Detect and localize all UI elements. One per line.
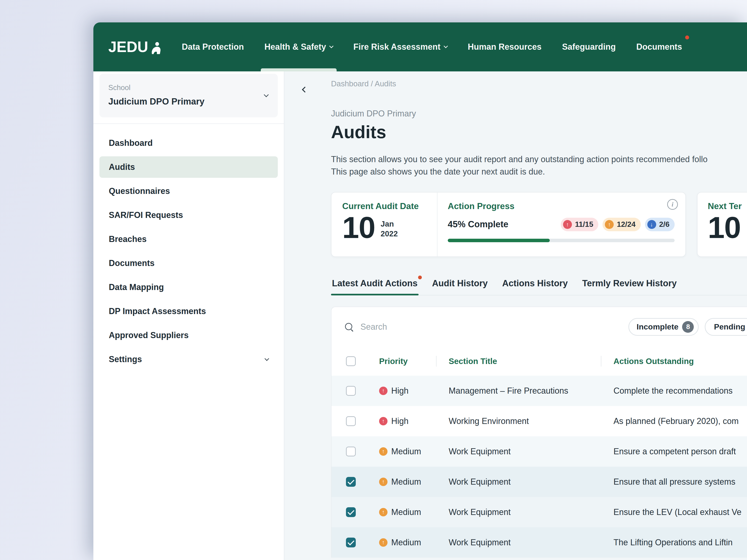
- sidebar-item-data-mapping[interactable]: Data Mapping: [99, 276, 278, 298]
- sidebar-item-label: Approved Suppliers: [109, 330, 189, 340]
- search-input[interactable]: [360, 322, 566, 332]
- filter-chip-count: 8: [682, 321, 694, 333]
- row-checkbox[interactable]: [346, 416, 356, 426]
- sidebar-collapse-button[interactable]: [298, 82, 312, 97]
- nav-item-label: Human Resources: [468, 42, 542, 52]
- action-outstanding-cell: Ensure a competent person draft: [614, 447, 747, 456]
- select-all-checkbox[interactable]: [346, 356, 356, 366]
- nav-item-label: Safeguarding: [562, 42, 616, 52]
- row-checkbox[interactable]: [346, 447, 356, 456]
- jedu-logo[interactable]: JEDU: [108, 38, 162, 56]
- notification-dot: [418, 275, 422, 279]
- sidebar-item-label: Settings: [109, 354, 142, 364]
- nav-item-label: Data Protection: [182, 42, 244, 52]
- sidebar-item-questionnaires[interactable]: Questionnaires: [99, 180, 278, 202]
- sidebar-item-label: Data Mapping: [109, 282, 164, 292]
- filter-chip-label: Incomplete: [637, 322, 678, 331]
- table-row[interactable]: ↑Medium Work Equipment Ensure that all p…: [332, 466, 747, 497]
- progress-bar: [448, 239, 675, 242]
- sidebar-item-breaches[interactable]: Breaches: [99, 229, 278, 250]
- section-title-cell: Management – Fire Precautions: [449, 386, 614, 396]
- sidebar-item-dashboard[interactable]: Dashboard: [99, 132, 278, 154]
- nav-item-health-safety[interactable]: Health & Safety: [264, 22, 333, 72]
- progress-complete-text: 45% Complete: [448, 219, 509, 229]
- table-row[interactable]: ↑Medium Work Equipment Ensure the LEV (L…: [332, 497, 747, 527]
- filter-chip-label: Pending: [714, 322, 745, 331]
- column-header-priority: Priority: [379, 356, 449, 366]
- tabs: Latest Audit Actions Audit History Actio…: [331, 278, 747, 295]
- sidebar-item-sar-foi-requests[interactable]: SAR/FOI Requests: [99, 205, 278, 226]
- current-audit-day: 10: [342, 211, 375, 244]
- sidebar-item-settings[interactable]: Settings: [99, 349, 278, 370]
- row-checkbox[interactable]: [346, 507, 356, 517]
- row-checkbox[interactable]: [346, 386, 356, 396]
- section-title-cell: Working Environment: [449, 416, 614, 426]
- sidebar-item-documents[interactable]: Documents: [99, 252, 278, 274]
- action-outstanding-cell: As planned (February 2020), com: [614, 416, 747, 426]
- school-selector[interactable]: School Judicium DPO Primary: [99, 74, 278, 117]
- filter-chip-pending[interactable]: Pending: [705, 318, 747, 336]
- table-row[interactable]: ↑Medium Work Equipment Ensure a competen…: [332, 436, 747, 466]
- filter-chip-incomplete[interactable]: Incomplete 8: [628, 318, 699, 336]
- main-area: Dashboard / Audits Judicium DPO Primary …: [284, 72, 747, 560]
- sidebar-item-approved-suppliers[interactable]: Approved Suppliers: [99, 325, 278, 346]
- next-audit-card: Next Ter 10: [697, 192, 747, 257]
- table-header-row: Priority Section Title Actions Outstandi…: [332, 347, 747, 376]
- section-title-cell: Work Equipment: [449, 507, 614, 517]
- current-audit-month: Jan: [381, 219, 394, 228]
- sidebar-item-label: DP Impact Assessments: [109, 306, 206, 316]
- chevron-down-icon: [264, 92, 269, 97]
- table-row[interactable]: ↑High Management – Fire Precautions Comp…: [332, 376, 747, 406]
- tab-termly-review-history[interactable]: Termly Review History: [581, 278, 678, 295]
- sidebar-item-dp-impact-assessments[interactable]: DP Impact Assessments: [99, 300, 278, 322]
- sidebar-item-label: Documents: [109, 258, 155, 268]
- sidebar-item-label: Breaches: [109, 234, 147, 244]
- nav-item-documents[interactable]: Documents: [636, 22, 682, 72]
- table-row[interactable]: ↑High Working Environment As planned (Fe…: [332, 406, 747, 436]
- nav-item-human-resources[interactable]: Human Resources: [468, 22, 542, 72]
- nav-item-fire-risk-assessment[interactable]: Fire Risk Assessment: [354, 22, 447, 72]
- row-checkbox[interactable]: [346, 477, 356, 487]
- badge-low: ↓ 2/6: [645, 218, 675, 231]
- sidebar-item-label: Audits: [109, 162, 135, 172]
- row-checkbox[interactable]: [346, 538, 356, 548]
- tab-label: Actions History: [502, 278, 568, 288]
- arrow-up-icon: ↑: [605, 220, 614, 229]
- arrow-up-icon: ↑: [563, 220, 572, 229]
- chevron-left-icon: [302, 86, 308, 92]
- tab-actions-history[interactable]: Actions History: [501, 278, 569, 295]
- priority-label: Medium: [391, 477, 421, 487]
- current-audit-date-heading: Current Audit Date: [342, 202, 437, 211]
- nav-item-data-protection[interactable]: Data Protection: [182, 22, 244, 72]
- action-outstanding-cell: Ensure that all pressure systems: [614, 477, 747, 487]
- tab-label: Audit History: [432, 278, 488, 288]
- priority-label: High: [391, 386, 409, 396]
- navbar-items: Data Protection Health & Safety Fire Ris…: [182, 22, 682, 72]
- action-outstanding-cell: Ensure the LEV (Local exhaust Ve: [614, 507, 747, 517]
- current-audit-year: 2022: [381, 229, 398, 238]
- summary-cards: Current Audit Date 10 Jan 2022: [331, 192, 747, 257]
- tab-latest-audit-actions[interactable]: Latest Audit Actions: [331, 278, 418, 295]
- priority-label: Medium: [391, 447, 421, 456]
- sidebar-item-label: Questionnaires: [109, 186, 170, 196]
- action-progress-heading: Action Progress: [448, 202, 675, 211]
- chevron-down-icon: [443, 44, 448, 48]
- tab-audit-history[interactable]: Audit History: [431, 278, 489, 295]
- tab-label: Latest Audit Actions: [332, 278, 418, 288]
- priority-medium-icon: ↑: [379, 478, 387, 486]
- sidebar-item-audits[interactable]: Audits: [99, 156, 278, 178]
- tab-label: Termly Review History: [582, 278, 677, 288]
- arrow-down-icon: ↓: [647, 220, 656, 229]
- filter-chips: Incomplete 8 Pending: [628, 318, 747, 336]
- info-icon[interactable]: i: [667, 199, 678, 210]
- action-progress-section: Action Progress i 45% Complete ↑ 11/15: [437, 192, 686, 257]
- nav-item-label: Health & Safety: [264, 42, 326, 52]
- badge-low-value: 2/6: [659, 220, 670, 229]
- table-row[interactable]: ↑Medium Work Equipment The Lifting Opera…: [332, 527, 747, 558]
- priority-medium-icon: ↑: [379, 538, 387, 547]
- app-window: JEDU Data Protection Health & Safety Fir…: [93, 22, 747, 560]
- sidebar-item-label: Dashboard: [109, 138, 153, 148]
- nav-item-safeguarding[interactable]: Safeguarding: [562, 22, 616, 72]
- nav-item-label: Fire Risk Assessment: [354, 42, 440, 52]
- progress-bar-fill: [448, 239, 550, 242]
